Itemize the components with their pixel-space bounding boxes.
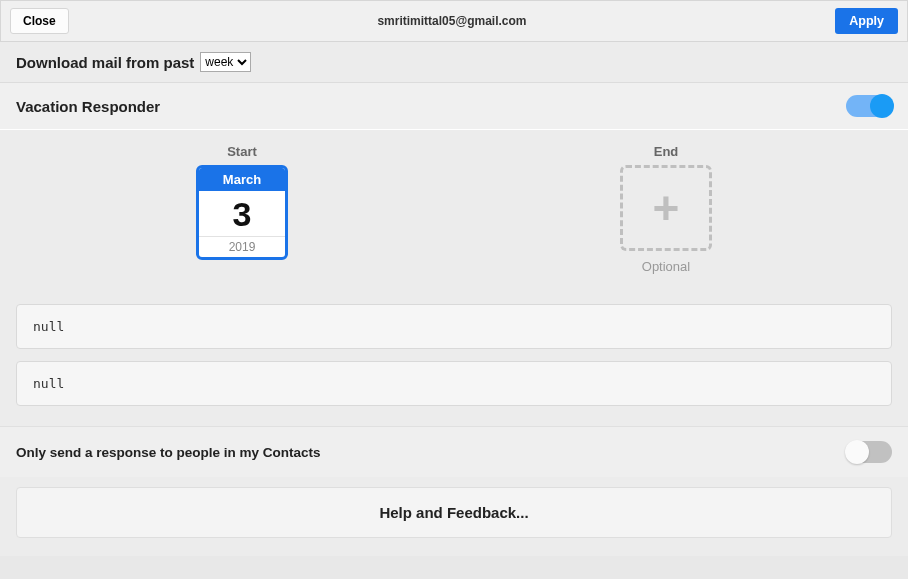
end-date-picker[interactable]: + <box>620 165 712 251</box>
contacts-only-toggle[interactable] <box>846 441 892 463</box>
start-day: 3 <box>199 191 285 236</box>
contacts-only-label: Only send a response to people in my Con… <box>16 445 321 460</box>
vacation-body-input[interactable]: null <box>16 361 892 406</box>
end-date-block: End + Optional <box>586 144 746 274</box>
vacation-subject-input[interactable]: null <box>16 304 892 349</box>
start-year: 2019 <box>199 236 285 257</box>
start-month: March <box>199 168 285 191</box>
vacation-dates-row: Start March 3 2019 End + Optional <box>0 130 908 304</box>
start-date-block: Start March 3 2019 <box>162 144 322 260</box>
vacation-responder-header: Vacation Responder <box>0 83 908 130</box>
close-button[interactable]: Close <box>10 8 69 34</box>
start-caption: Start <box>227 144 257 159</box>
download-mail-label: Download mail from past <box>16 54 194 71</box>
download-mail-select[interactable]: week <box>200 52 251 72</box>
vacation-responder-title: Vacation Responder <box>16 98 160 115</box>
header-bar: Close smritimittal05@gmail.com Apply <box>0 0 908 42</box>
vacation-responder-toggle[interactable] <box>846 95 892 117</box>
plus-icon: + <box>653 185 680 231</box>
end-caption: End <box>654 144 679 159</box>
account-email: smritimittal05@gmail.com <box>377 14 526 28</box>
contacts-only-section: Only send a response to people in my Con… <box>0 426 908 477</box>
help-feedback-button[interactable]: Help and Feedback... <box>16 487 892 538</box>
download-mail-section: Download mail from past week <box>0 42 908 83</box>
start-date-picker[interactable]: March 3 2019 <box>196 165 288 260</box>
end-optional-label: Optional <box>642 259 690 274</box>
apply-button[interactable]: Apply <box>835 8 898 34</box>
vacation-message-block: null null <box>0 304 908 426</box>
help-row-wrap: Help and Feedback... <box>0 477 908 556</box>
